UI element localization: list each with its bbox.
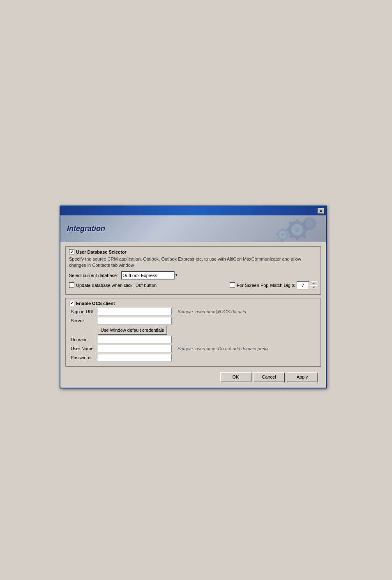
match-digits-label: Match Digits xyxy=(270,283,295,288)
title-bar: × xyxy=(60,206,326,215)
username-row: User Name Sample: username. Do not add d… xyxy=(71,345,317,352)
for-screen-pop-label: For Screen Pop xyxy=(237,283,268,288)
screen-pop-section: For Screen Pop Match Digits ▲ ▼ xyxy=(230,281,317,289)
password-input[interactable] xyxy=(98,354,172,361)
ocs-fields: Sign in URL Sample: username@OCS-domain … xyxy=(69,308,317,361)
dialog-body: User Database Selector Specify the sourc… xyxy=(60,242,326,388)
spin-down-button[interactable]: ▼ xyxy=(311,285,317,289)
ocs-header: Enable OCS client xyxy=(69,301,317,306)
svg-point-20 xyxy=(308,222,311,225)
select-db-label: Select current database: xyxy=(69,273,118,278)
username-hint: Sample: username. Do not add domain pref… xyxy=(178,346,268,351)
user-db-description: Specify the source CRM application, Outl… xyxy=(69,256,317,269)
use-window-creds-row: Use Window default credentials xyxy=(71,326,317,334)
user-db-label: User Database Selector xyxy=(76,250,127,254)
password-label: Password xyxy=(71,355,95,360)
server-label: Server xyxy=(71,318,95,323)
ocs-section: Enable OCS client Sign in URL Sample: us… xyxy=(65,298,321,367)
dropdown-wrapper: OutLook Express Outlook ACT! Goldmine ▼ xyxy=(121,271,178,280)
sign-in-url-row: Sign in URL Sample: username@OCS-domain xyxy=(71,308,317,315)
username-input[interactable] xyxy=(98,345,172,352)
svg-rect-4 xyxy=(296,236,298,240)
match-digits-input[interactable] xyxy=(297,281,309,289)
sign-in-url-input[interactable] xyxy=(98,308,172,315)
svg-rect-16 xyxy=(276,233,279,236)
ocs-checkbox[interactable] xyxy=(69,301,74,306)
user-db-header: User Database Selector xyxy=(69,249,317,254)
password-row: Password xyxy=(71,354,317,361)
sign-in-url-hint: Sample: username@OCS-domain xyxy=(178,309,246,314)
select-database-row: Select current database: OutLook Express… xyxy=(69,271,317,280)
cancel-button[interactable]: Cancel xyxy=(254,372,284,382)
svg-rect-3 xyxy=(296,219,298,223)
header-banner: Integration xyxy=(60,215,326,242)
update-options-row: Update database when click "Ok" button F… xyxy=(69,281,317,289)
update-db-label: Update database when click "Ok" button xyxy=(76,283,157,288)
user-database-section: User Database Selector Specify the sourc… xyxy=(65,246,321,295)
close-button[interactable]: × xyxy=(318,208,324,214)
apply-button[interactable]: Apply xyxy=(287,372,318,382)
svg-rect-17 xyxy=(286,233,288,236)
dialog-title: Integration xyxy=(67,224,105,233)
spin-up-button[interactable]: ▲ xyxy=(311,281,317,285)
ok-button[interactable]: OK xyxy=(220,372,251,382)
svg-point-2 xyxy=(295,227,300,232)
ocs-label: Enable OCS client xyxy=(76,301,115,306)
dialog-container: × Integration xyxy=(60,206,327,388)
svg-rect-14 xyxy=(281,228,284,231)
button-row: OK Cancel Apply xyxy=(65,370,321,384)
screen-pop-checkbox[interactable] xyxy=(230,282,235,288)
use-window-creds-button[interactable]: Use Window default credentials xyxy=(98,326,167,334)
user-db-checkbox[interactable] xyxy=(69,249,74,254)
svg-point-13 xyxy=(281,233,284,236)
svg-rect-15 xyxy=(281,239,284,242)
integration-dialog: × Integration xyxy=(60,206,327,388)
update-db-checkbox[interactable] xyxy=(69,282,74,288)
domain-label: Domain xyxy=(71,337,95,342)
sign-in-url-label: Sign in URL xyxy=(71,309,95,314)
svg-rect-5 xyxy=(286,229,291,231)
database-dropdown[interactable]: OutLook Express Outlook ACT! Goldmine xyxy=(121,271,175,280)
domain-input[interactable] xyxy=(98,336,172,343)
username-label: User Name xyxy=(71,346,95,351)
gear-decoration xyxy=(252,217,318,242)
match-digits-spinner[interactable]: ▲ ▼ xyxy=(311,281,317,289)
server-row: Server xyxy=(71,317,317,324)
server-input[interactable] xyxy=(98,317,172,324)
domain-row: Domain xyxy=(71,336,317,343)
